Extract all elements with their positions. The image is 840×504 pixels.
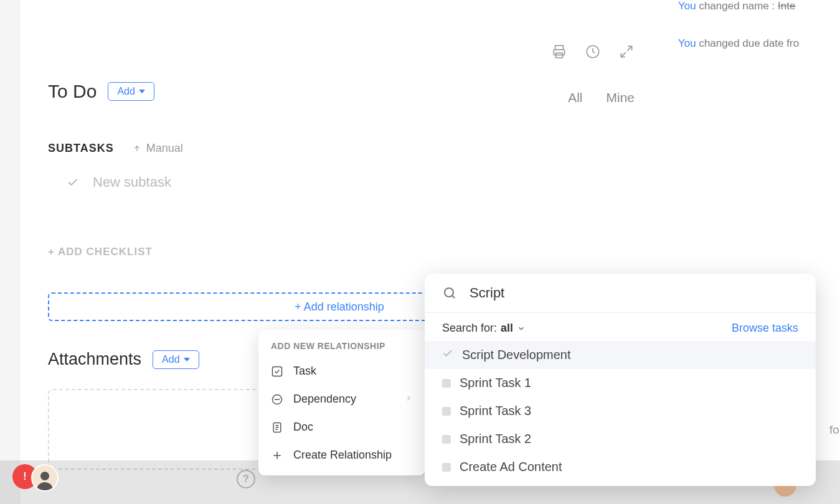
activity-text: changed name :	[696, 0, 778, 12]
search-row	[425, 274, 816, 313]
new-subtask-row[interactable]: New subtask	[48, 174, 171, 190]
history-icon[interactable]	[585, 44, 601, 62]
status-icon	[442, 463, 451, 472]
avatar-stack[interactable]: !	[12, 464, 59, 492]
status-add-button[interactable]: Add	[108, 82, 154, 101]
rel-menu-label: Create Relationship	[293, 449, 392, 462]
browse-tasks-link[interactable]: Browse tasks	[732, 322, 798, 335]
svg-point-4	[40, 472, 49, 480]
text-peek: for c	[829, 423, 840, 437]
add-label: Add	[162, 354, 179, 365]
activity-text: changed due date fro	[696, 37, 799, 49]
check-icon	[67, 176, 79, 189]
activity-actor: You	[678, 0, 696, 12]
result-label: Sprint Task 1	[460, 376, 531, 390]
activity-entry: You changed name : Inte	[678, 0, 840, 12]
person-icon	[34, 468, 56, 490]
search-filter-value: all	[501, 322, 513, 335]
status-title: To Do	[48, 81, 97, 102]
arrow-up-icon	[133, 144, 141, 153]
search-result[interactable]: Sprint Task 1	[425, 369, 816, 397]
chevron-down-icon	[184, 358, 190, 362]
status-icon	[442, 435, 451, 444]
rel-menu-label: Task	[293, 365, 316, 378]
new-subtask-placeholder: New subtask	[93, 174, 171, 190]
activity-strike: Inte	[778, 0, 795, 12]
search-result[interactable]: Script Development	[425, 341, 816, 369]
result-label: Script Development	[462, 348, 571, 362]
rel-menu-label: Dependency	[293, 393, 356, 406]
attachments-header: Attachments Add	[48, 350, 199, 369]
print-icon[interactable]	[551, 44, 567, 62]
attachments-title: Attachments	[48, 350, 141, 369]
svg-rect-5	[273, 366, 282, 376]
plus-icon	[271, 449, 283, 462]
add-checklist-button[interactable]: + ADD CHECKLIST	[48, 246, 153, 258]
tab-mine[interactable]: Mine	[606, 90, 635, 105]
rel-menu-label: Doc	[293, 421, 313, 434]
left-gutter	[0, 0, 20, 504]
relationship-menu: ADD NEW RELATIONSHIP Task Dependency Doc…	[258, 330, 425, 475]
search-filter-prefix: Search for:	[442, 322, 497, 335]
subtasks-sort-label: Manual	[146, 142, 183, 155]
rel-menu-item-create[interactable]: Create Relationship	[258, 441, 425, 469]
check-icon	[442, 348, 453, 362]
result-label: Create Ad Content	[460, 460, 562, 474]
status-header: To Do Add	[48, 81, 154, 102]
result-label: Sprint Task 2	[460, 432, 531, 446]
chevron-down-icon	[517, 324, 526, 333]
avatar[interactable]	[31, 464, 59, 492]
subtasks-header: SUBTASKS Manual	[48, 142, 183, 155]
subtasks-label: SUBTASKS	[48, 142, 114, 155]
search-icon	[442, 286, 457, 301]
relationship-menu-title: ADD NEW RELATIONSHIP	[258, 341, 425, 357]
search-result[interactable]: Sprint Task 2	[425, 425, 816, 453]
dependency-icon	[271, 393, 283, 406]
toolbar-icons	[551, 44, 635, 62]
task-icon	[271, 365, 283, 378]
activity-actor: You	[678, 37, 696, 49]
help-icon[interactable]: ?	[237, 470, 255, 488]
status-icon	[442, 407, 451, 416]
activity-entry: You changed due date fro	[678, 37, 840, 50]
svg-rect-0	[555, 45, 564, 50]
result-label: Sprint Task 3	[460, 404, 531, 418]
chevron-right-icon	[404, 393, 413, 406]
attachments-add-button[interactable]: Add	[153, 350, 199, 369]
search-input[interactable]	[470, 285, 798, 301]
rel-menu-item-dependency[interactable]: Dependency	[258, 385, 425, 413]
search-result[interactable]: Sprint Task 3	[425, 397, 816, 425]
activity-feed: You changed name : Inte You changed due …	[678, 0, 840, 75]
status-icon	[442, 379, 451, 388]
search-filter[interactable]: Search for: all	[442, 322, 526, 335]
subtasks-sort[interactable]: Manual	[133, 142, 183, 155]
rel-menu-item-task[interactable]: Task	[258, 357, 425, 385]
doc-icon	[271, 421, 283, 434]
rel-menu-item-doc[interactable]: Doc	[258, 413, 425, 441]
expand-icon[interactable]	[618, 44, 635, 62]
add-relationship-label: + Add relationship	[295, 301, 384, 314]
search-filter-row: Search for: all Browse tasks	[425, 313, 816, 341]
add-label: Add	[117, 86, 134, 97]
search-results: Script Development Sprint Task 1 Sprint …	[425, 341, 816, 486]
svg-point-8	[445, 288, 453, 297]
search-popup: Search for: all Browse tasks Script Deve…	[425, 274, 816, 486]
search-result[interactable]: Create Ad Content	[425, 453, 816, 481]
chevron-down-icon	[139, 90, 145, 93]
activity-tabs: All Mine	[568, 90, 635, 105]
tab-all[interactable]: All	[568, 90, 582, 105]
